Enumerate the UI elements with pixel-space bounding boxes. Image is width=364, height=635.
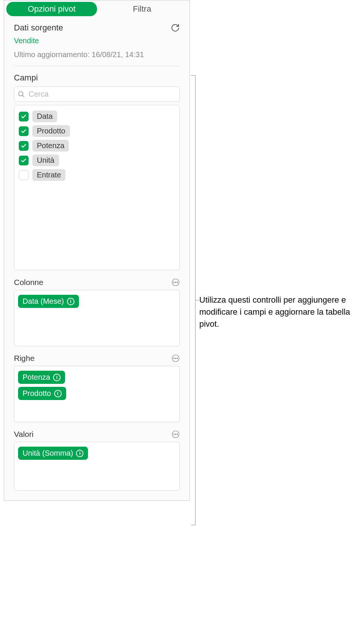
field-pill[interactable]: Prodottoi bbox=[18, 387, 66, 400]
more-icon[interactable] bbox=[171, 354, 180, 362]
field-pill[interactable]: Unità (Somma)i bbox=[18, 447, 88, 460]
tab-pivot-options[interactable]: Opzioni pivot bbox=[6, 2, 97, 16]
source-section: Dati sorgente Vendite Ultimo aggiornamen… bbox=[4, 16, 190, 59]
columns-title: Colonne bbox=[14, 278, 43, 287]
svg-line-1 bbox=[23, 95, 24, 97]
fields-section: Campi DataProdottoPotenzaUnitàEntrate bbox=[4, 66, 190, 270]
callout-connector bbox=[196, 300, 199, 300]
svg-point-7 bbox=[173, 358, 174, 359]
fields-label: Campi bbox=[14, 73, 180, 83]
field-pill[interactable]: Data (Mese)i bbox=[18, 295, 79, 308]
columns-dropzone[interactable]: Data (Mese)i bbox=[14, 290, 180, 346]
svg-point-13 bbox=[177, 434, 177, 435]
svg-point-3 bbox=[173, 282, 174, 283]
pill-label: Prodotto bbox=[23, 389, 51, 398]
pivot-options-panel: Opzioni pivot Filtra Dati sorgente Vendi… bbox=[4, 0, 190, 501]
search-input[interactable] bbox=[14, 86, 180, 102]
values-dropzone[interactable]: Unità (Somma)i bbox=[14, 442, 180, 491]
columns-section: Colonne Data (Mese)i bbox=[4, 270, 190, 346]
rows-title: Righe bbox=[14, 354, 35, 363]
pill-label: Unità (Somma) bbox=[23, 449, 73, 458]
field-chip[interactable]: Prodotto bbox=[32, 125, 70, 137]
field-pill[interactable]: Potenzai bbox=[18, 371, 65, 384]
source-header: Dati sorgente bbox=[14, 23, 180, 33]
svg-point-4 bbox=[175, 282, 176, 283]
rows-dropzone[interactable]: PotenzaiProdottoi bbox=[14, 366, 180, 422]
source-table-name[interactable]: Vendite bbox=[14, 36, 180, 45]
values-section: Valori Unità (Somma)i bbox=[4, 422, 190, 500]
field-row: Data bbox=[18, 109, 176, 124]
field-row: Prodotto bbox=[18, 124, 176, 138]
more-icon[interactable] bbox=[171, 430, 180, 438]
field-checkbox[interactable] bbox=[19, 170, 29, 180]
field-checkbox[interactable] bbox=[19, 112, 29, 121]
field-chip[interactable]: Data bbox=[32, 111, 57, 122]
source-data-label: Dati sorgente bbox=[14, 23, 63, 33]
search-wrap bbox=[14, 86, 180, 102]
refresh-icon[interactable] bbox=[171, 23, 180, 32]
field-chip[interactable]: Potenza bbox=[32, 140, 69, 152]
field-checkbox[interactable] bbox=[19, 141, 29, 151]
field-chip[interactable]: Entrate bbox=[32, 169, 65, 181]
values-header: Valori bbox=[14, 430, 180, 439]
rows-header: Righe bbox=[14, 354, 180, 363]
svg-point-0 bbox=[19, 91, 23, 96]
columns-header: Colonne bbox=[14, 278, 180, 287]
info-icon[interactable]: i bbox=[76, 450, 83, 457]
info-icon[interactable]: i bbox=[67, 298, 74, 305]
rows-section: Righe PotenzaiProdottoi bbox=[4, 346, 190, 422]
pill-label: Data (Mese) bbox=[23, 297, 64, 306]
pill-label: Potenza bbox=[23, 373, 50, 382]
more-icon[interactable] bbox=[171, 278, 180, 286]
svg-point-11 bbox=[173, 434, 174, 435]
search-icon bbox=[18, 91, 25, 98]
callout-text: Utilizza questi controlli per aggiungere… bbox=[199, 294, 357, 330]
svg-point-8 bbox=[175, 358, 176, 359]
source-last-updated: Ultimo aggiornamento: 16/08/21, 14:31 bbox=[14, 50, 180, 59]
field-chip[interactable]: Unità bbox=[32, 155, 59, 166]
field-checkbox[interactable] bbox=[19, 126, 29, 136]
tab-filter[interactable]: Filtra bbox=[97, 2, 188, 16]
field-row: Potenza bbox=[18, 138, 176, 153]
info-icon[interactable]: i bbox=[53, 374, 61, 381]
field-row: Entrate bbox=[18, 168, 176, 182]
svg-point-12 bbox=[175, 434, 176, 435]
svg-point-9 bbox=[177, 358, 177, 359]
tab-bar: Opzioni pivot Filtra bbox=[4, 0, 190, 16]
field-row: Unità bbox=[18, 153, 176, 168]
info-icon[interactable]: i bbox=[54, 390, 62, 397]
fields-list: DataProdottoPotenzaUnitàEntrate bbox=[14, 105, 180, 270]
field-checkbox[interactable] bbox=[19, 156, 29, 165]
callout-bracket bbox=[191, 75, 196, 525]
values-title: Valori bbox=[14, 430, 33, 439]
svg-point-5 bbox=[177, 282, 177, 283]
